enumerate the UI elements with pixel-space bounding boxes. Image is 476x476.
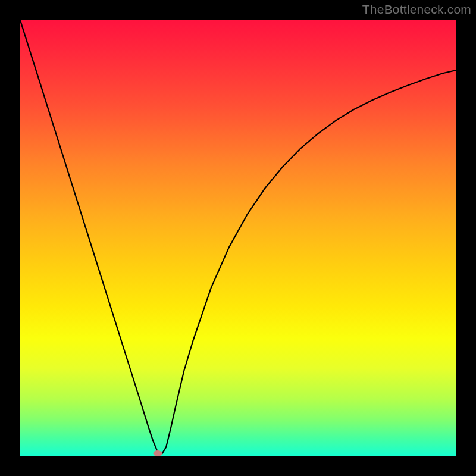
watermark-text: TheBottleneck.com: [362, 2, 471, 17]
plot-area: [20, 20, 456, 456]
bottleneck-curve: [20, 20, 456, 456]
chart-frame: TheBottleneck.com: [0, 0, 476, 476]
minimum-marker: [153, 450, 162, 456]
